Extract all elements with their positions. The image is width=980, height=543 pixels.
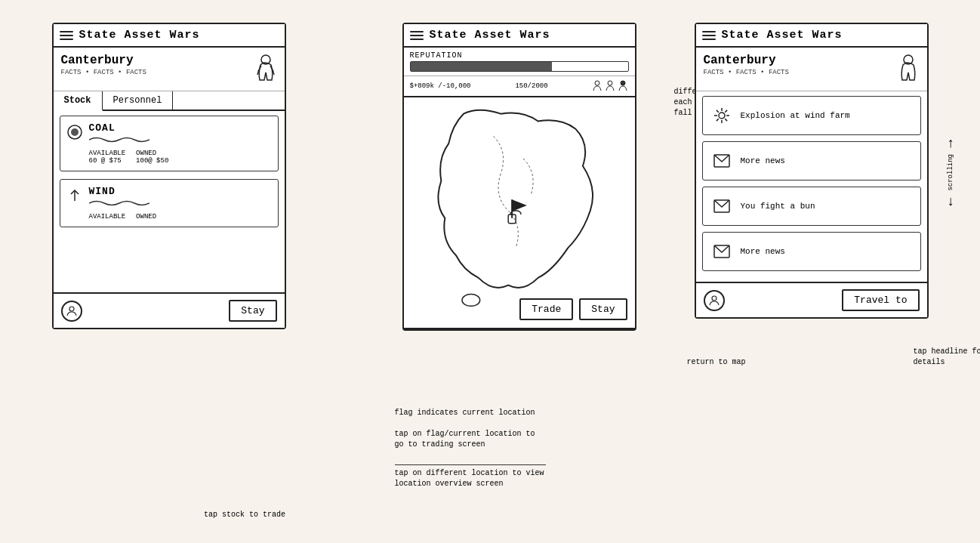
travel-button[interactable]: Travel to [842,289,919,311]
wind-stock-content: WIND AVAILABLE OWNED [89,186,270,221]
news-item-3[interactable]: More news [702,232,921,271]
news-icon-envelope-1 [710,150,733,172]
reputation-container: REPUTATION [404,48,635,76]
news-icon-envelope-3 [710,240,733,263]
reputation-label: REPUTATION [410,51,629,60]
tabs-bar: Stock Personnel [54,91,285,111]
person-icon-2 [605,80,615,92]
coal-wavy-line [89,136,149,143]
screen2-app-title: State Asset Wars [430,29,550,42]
map-svg[interactable] [404,97,635,324]
coal-title: COAL [89,122,270,134]
screen1-header: State Asset Wars [54,24,285,48]
news-item-2[interactable]: You fight a bun [702,187,921,226]
stock-item-wind[interactable]: WIND AVAILABLE OWNED [60,179,279,227]
svg-point-11 [461,295,479,307]
tab-stock[interactable]: Stock [54,91,103,111]
stay-button-screen2[interactable]: Stay [579,298,627,320]
news-text-0: Explosion at wind farm [741,111,850,120]
screen2-frame: State Asset Wars REPUTATION $+809k /-10,… [402,23,636,331]
envelope-icon-2 [713,199,731,214]
annotation-screen1-stock: tap stock to trade [204,510,285,520]
annotation-return-map: return to map [687,357,746,368]
annotation-tap-headline: tap headline for details [914,347,981,368]
news-text-1: More news [741,156,785,165]
wind-wavy-line [89,199,149,207]
svg-point-17 [712,296,717,301]
screen2-header: State Asset Wars [404,24,635,48]
screen1-app-title: State Asset Wars [79,29,200,42]
screen3-bottom-bar: Travel to [696,282,927,317]
coal-details: AVAILABLE 60 @ $75 OWNED 100@ $50 [89,150,270,165]
news-icon-gear [710,104,733,127]
screen3-wrapper: State Asset Wars Canterbury FACTS • FACT… [695,15,929,319]
screen2-hamburger-icon[interactable] [410,31,424,40]
person-icon-3 [618,80,628,92]
screen3-location-name: Canterbury [704,54,789,67]
screen3-location-facts: FACTS • FACTS • FACTS [704,69,789,76]
stay-button-screen1[interactable]: Stay [229,300,276,322]
reputation-bar-fill [411,62,552,71]
envelope-icon-1 [713,153,731,168]
wind-icon [66,187,83,204]
population-stat: 150/2000 [515,82,547,90]
tab-personnel[interactable]: Personnel [103,91,174,110]
coal-owned: OWNED 100@ $50 [136,150,168,165]
coal-icon [66,124,83,140]
tap-different-annotation-text: tap on different location to view locati… [395,464,546,489]
annotation-flag: flag indicates current location tap on f… [395,408,546,489]
svg-marker-9 [512,199,527,211]
screen1-bottom-bar: Stay [54,292,285,328]
stock-list: COAL AVAILABLE 60 @ $75 OWNED 100@ $50 [54,111,285,292]
map-area[interactable]: Trade Stay [404,97,635,329]
return-map-text: return to map [687,358,746,366]
screen2-wrapper: State Asset Wars REPUTATION $+809k /-10,… [402,15,636,331]
wind-title: WIND [89,186,270,197]
screen3-profile-circle[interactable] [704,290,725,311]
person-doodle-icon [254,54,277,88]
screen1-location-facts: FACTS • FACTS • FACTS [61,69,146,76]
news-text-2: You fight a bun [741,202,815,211]
screen3-frame: State Asset Wars Canterbury FACTS • FACT… [695,23,929,319]
tap-stock-text: tap stock to trade [204,511,285,519]
coal-stock-content: COAL AVAILABLE 60 @ $75 OWNED 100@ $50 [89,122,270,165]
coal-available: AVAILABLE 60 @ $75 [89,150,126,165]
profile-circle-icon[interactable] [61,301,82,322]
wind-available: AVAILABLE [89,213,126,221]
screen3-app-title: State Asset Wars [722,29,843,42]
reputation-bar [410,61,629,72]
svg-point-13 [719,113,725,119]
screen1-location-bar: Canterbury FACTS • FACTS • FACTS [54,48,285,91]
svg-point-4 [69,307,74,311]
person-icon-1 [592,80,602,92]
news-item-1[interactable]: More news [702,141,921,180]
stock-item-coal[interactable]: COAL AVAILABLE 60 @ $75 OWNED 100@ $50 [60,116,279,171]
wind-owned: OWNED [136,213,156,221]
screen3-arrow-up: ↑ [947,136,955,151]
hamburger-icon[interactable] [60,31,73,40]
screen1-location-name: Canterbury [61,54,146,67]
map-buttons: Trade Stay [519,298,627,320]
screen3-scroll-label: scrolling [947,154,954,191]
news-item-0[interactable]: Explosion at wind farm [702,96,921,135]
scroll-indicator-3: ↑ scrolling ↓ [947,136,955,209]
flag-annotation-text: flag indicates current location [395,408,546,418]
news-list: Explosion at wind farm More news [696,91,927,282]
screen3-hamburger-icon[interactable] [702,31,716,40]
svg-point-6 [608,81,612,85]
person-icons [592,80,628,92]
tap-headline-text: tap headline for details [914,347,981,366]
profile-icon [66,305,78,317]
svg-point-2 [71,128,79,136]
wind-details: AVAILABLE OWNED [89,213,270,221]
screen1-frame: State Asset Wars Canterbury FACTS • FACT… [52,23,286,329]
trade-button[interactable]: Trade [519,298,573,320]
news-icon-envelope-2 [710,195,733,218]
sketch-container: State Asset Wars Canterbury FACTS • FACT… [0,0,980,543]
stats-row: $+809k /-10,000 150/2000 [404,76,635,97]
envelope-icon-3 [713,244,731,259]
svg-point-5 [595,81,599,85]
screen3-arrow-down: ↓ [947,194,955,209]
tap-flag-annotation-text: tap on flag/current location to go to tr… [395,429,546,450]
screen3-profile-icon [708,295,720,307]
